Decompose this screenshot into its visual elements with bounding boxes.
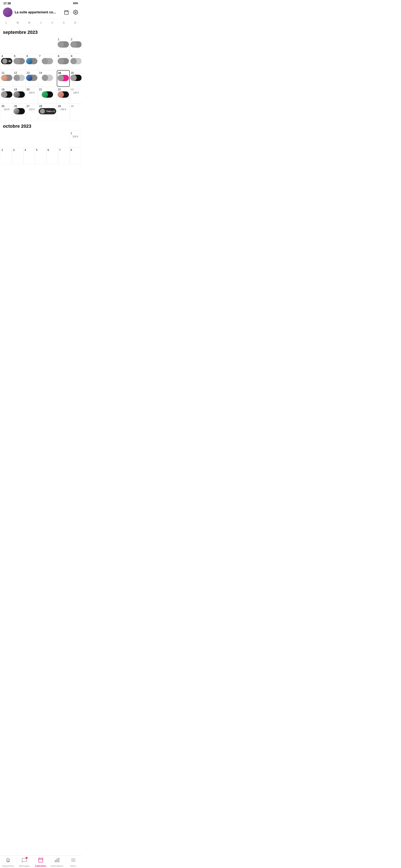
svg-rect-11 bbox=[57, 859, 57, 862]
cal-day-oct-8[interactable]: 8 bbox=[69, 147, 81, 164]
booking-pill-sep22 bbox=[58, 91, 69, 98]
cal-day-sep-29[interactable]: 29 130 € bbox=[57, 103, 70, 120]
nav-informations-label: Informations bbox=[51, 865, 63, 867]
booking-pill-sep19 bbox=[13, 91, 25, 98]
cal-day-sep-23[interactable]: 23 130 € bbox=[70, 87, 82, 103]
cal-day-sep-4[interactable]: 4 Matahi ... bbox=[0, 54, 13, 70]
svg-point-4 bbox=[75, 12, 76, 13]
status-time: 17:38 bbox=[3, 2, 11, 5]
cal-day-oct-5[interactable]: 5 bbox=[35, 147, 46, 164]
cal-day-sep-13[interactable]: 13 bbox=[26, 70, 38, 87]
avatar-sep9 bbox=[70, 58, 77, 64]
avatar-sep8 bbox=[58, 58, 64, 64]
nav-menu-label: Menu bbox=[70, 865, 76, 867]
cal-day-sep-19[interactable]: 19 bbox=[13, 87, 26, 103]
cal-day-sep-8[interactable]: 8 bbox=[57, 54, 70, 70]
cal-day-sep-7[interactable]: 7 bbox=[38, 54, 57, 70]
cal-empty-oct-4 bbox=[35, 131, 46, 147]
calendar-nav-icon bbox=[38, 857, 44, 864]
avatar-sep15 bbox=[58, 75, 64, 81]
cal-day-oct-2[interactable]: 2 bbox=[0, 147, 12, 164]
cal-empty-oct-6 bbox=[58, 131, 69, 147]
svg-rect-0 bbox=[64, 11, 68, 14]
messages-icon bbox=[22, 857, 27, 864]
cal-day-sep-20[interactable]: 20 120 € bbox=[26, 87, 38, 103]
cal-day-sep-6[interactable]: 6 bbox=[26, 54, 38, 70]
cal-day-oct-6[interactable]: 6 bbox=[47, 147, 58, 164]
group-title: La suite appartement co... bbox=[15, 10, 61, 14]
booking-pill-sep12 bbox=[13, 75, 25, 81]
today-icon bbox=[5, 857, 11, 864]
cal-day-sep-1[interactable]: 1 bbox=[57, 37, 70, 54]
nav-menu[interactable]: Menu bbox=[67, 857, 80, 867]
cal-day-sep-16[interactable]: 16 bbox=[70, 70, 82, 87]
calendar-scroll-area: septembre 2023 1 2 3 4 bbox=[0, 26, 82, 199]
calendar-icon-button[interactable] bbox=[63, 9, 69, 15]
booking-pill-sep7 bbox=[42, 58, 53, 64]
status-bar: 17:38 65% bbox=[0, 0, 82, 6]
booking-pill-sep28-ynes: Ynes +1 bbox=[39, 108, 56, 114]
cal-day-sep-30[interactable]: 30 bbox=[70, 103, 82, 120]
group-avatar[interactable] bbox=[3, 7, 12, 17]
avatar-sep16 bbox=[70, 75, 77, 81]
svg-rect-12 bbox=[58, 858, 59, 862]
cal-day-sep-26[interactable]: 26 bbox=[13, 103, 26, 120]
cal-day-oct-7[interactable]: 7 bbox=[58, 147, 69, 164]
cal-day-sep-11[interactable]: 11 bbox=[0, 70, 13, 87]
avatar-sep6 bbox=[26, 58, 32, 64]
svg-rect-6 bbox=[39, 858, 43, 862]
cal-day-sep-22[interactable]: 22 bbox=[57, 87, 70, 103]
cal-empty-oct-5 bbox=[47, 131, 58, 147]
cal-day-sep-21[interactable]: 21 bbox=[38, 87, 57, 103]
nav-messages-label: Messages bbox=[19, 865, 30, 867]
booking-pill-sep13 bbox=[26, 75, 37, 81]
cal-day-sep-2[interactable]: 2 bbox=[70, 37, 82, 54]
bottom-navigation: Aujourd'hui Messages Calendrier bbox=[0, 856, 82, 868]
header-actions bbox=[63, 9, 79, 15]
cal-day-sep-14[interactable]: 14 bbox=[38, 70, 57, 87]
cal-empty-oct-3 bbox=[23, 131, 35, 147]
nav-informations[interactable]: Informations bbox=[51, 857, 63, 867]
avatar-sep2 bbox=[70, 41, 77, 48]
app-header: La suite appartement co... bbox=[0, 6, 82, 19]
booking-pill-sep15 bbox=[58, 75, 69, 81]
cal-day-oct-4[interactable]: 4 bbox=[23, 147, 35, 164]
weekday-L: L bbox=[0, 20, 12, 25]
october-calendar-grid: 1 120 € 2 3 4 5 6 7 8 bbox=[0, 131, 82, 164]
avatar-sep14 bbox=[42, 75, 48, 81]
cal-day-sep-25[interactable]: 25 120 € bbox=[0, 103, 13, 120]
cal-empty-4 bbox=[38, 37, 57, 54]
cal-day-oct-3[interactable]: 3 bbox=[12, 147, 23, 164]
nav-today[interactable]: Aujourd'hui bbox=[2, 857, 15, 867]
informations-icon bbox=[54, 857, 60, 864]
cal-day-sep-27[interactable]: 27 120 € bbox=[26, 103, 38, 120]
booking-pill-sep26 bbox=[13, 108, 25, 114]
weekday-header: L M M J V S D bbox=[0, 19, 82, 26]
nav-messages[interactable]: Messages bbox=[18, 857, 31, 867]
month-header-september: septembre 2023 bbox=[0, 26, 82, 37]
avatar-matahi bbox=[2, 59, 7, 64]
booking-pill-sep21 bbox=[42, 91, 53, 98]
cal-empty-2 bbox=[13, 37, 26, 54]
avatar-sep26 bbox=[13, 108, 20, 114]
booking-pill-sep14 bbox=[42, 75, 53, 81]
settings-icon-button[interactable] bbox=[73, 9, 79, 15]
cal-day-sep-12[interactable]: 12 bbox=[13, 70, 26, 87]
weekday-D: D bbox=[69, 20, 81, 25]
cal-day-sep-28[interactable]: 28 Ynes +1 bbox=[38, 103, 57, 120]
nav-calendar[interactable]: Calendrier bbox=[34, 857, 47, 867]
cal-day-sep-18[interactable]: 18 bbox=[0, 87, 13, 103]
nav-today-label: Aujourd'hui bbox=[2, 865, 14, 867]
cal-empty-oct-1 bbox=[0, 131, 12, 147]
avatar-sep11 bbox=[1, 75, 7, 81]
cal-day-sep-15[interactable]: 15 bbox=[57, 70, 70, 87]
svg-rect-10 bbox=[55, 860, 56, 862]
nav-calendar-label: Calendrier bbox=[35, 865, 46, 867]
cal-day-sep-5[interactable]: 5 bbox=[13, 54, 26, 70]
september-calendar-grid: 1 2 3 4 Matahi ... 5 bbox=[0, 37, 82, 120]
avatar-sep21 bbox=[42, 91, 48, 98]
avatar-sep18 bbox=[1, 91, 7, 98]
cal-day-oct-1[interactable]: 1 120 € bbox=[69, 131, 81, 147]
cal-day-sep-9[interactable]: 9 bbox=[70, 54, 82, 70]
weekday-J: J bbox=[35, 20, 46, 25]
